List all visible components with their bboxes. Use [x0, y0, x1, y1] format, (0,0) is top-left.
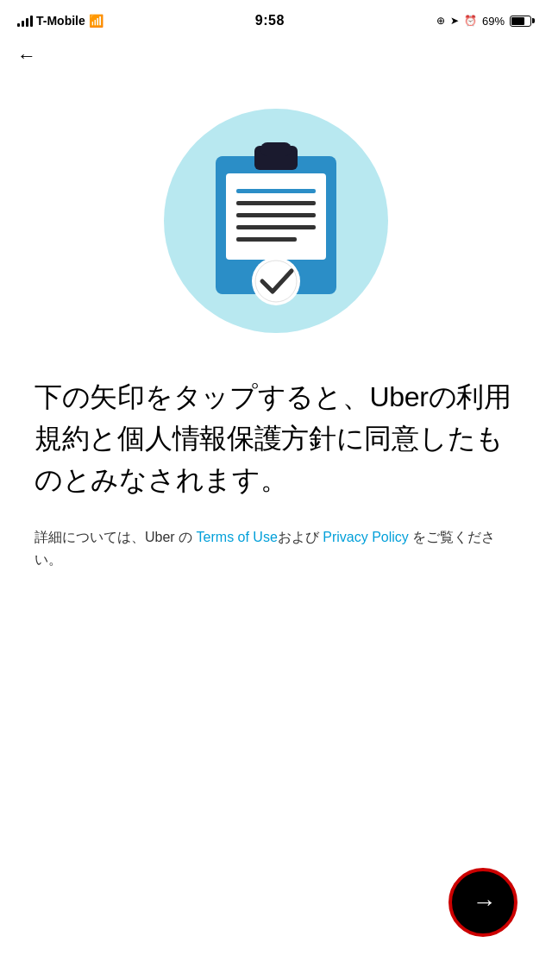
sub-text-middle: および	[278, 530, 319, 544]
main-content: 下の矢印をタップすると、Uberの利用規約と個人情報保護方針に同意したものとみな…	[0, 74, 552, 605]
privacy-policy-link[interactable]: Privacy Policy	[323, 530, 409, 544]
next-button[interactable]: →	[448, 868, 518, 937]
svg-rect-7	[236, 225, 316, 229]
alarm-icon: ⏰	[464, 15, 477, 27]
navigation-icon: ➤	[450, 15, 459, 27]
main-heading: 下の矢印をタップすると、Uberの利用規約と個人情報保護方針に同意したものとみな…	[34, 376, 518, 500]
illustration-container	[34, 109, 518, 333]
svg-rect-5	[236, 201, 316, 205]
next-button-container: →	[448, 868, 518, 937]
status-bar: T-Mobile 📶 9:58 ⊕ ➤ ⏰ 69%	[0, 0, 552, 38]
sub-text-prefix: 詳細については、Uber の	[34, 530, 197, 544]
battery-percent: 69%	[482, 15, 505, 28]
status-left: T-Mobile 📶	[17, 14, 104, 28]
clipboard-illustration	[198, 130, 354, 311]
next-arrow-icon: →	[473, 890, 497, 914]
signal-icon	[17, 15, 33, 27]
status-time: 9:58	[255, 13, 285, 28]
sub-text: 詳細については、Uber の Terms of Useおよび Privacy P…	[34, 526, 518, 570]
svg-rect-6	[236, 213, 316, 217]
svg-rect-8	[236, 237, 297, 242]
carrier-label: T-Mobile	[36, 14, 85, 28]
terms-of-use-link[interactable]: Terms of Use	[197, 530, 278, 544]
status-right: ⊕ ➤ ⏰ 69%	[436, 15, 535, 28]
svg-rect-3	[260, 142, 292, 156]
wifi-icon: 📶	[89, 14, 104, 28]
illustration-circle	[164, 109, 388, 333]
svg-rect-4	[236, 189, 316, 193]
location-icon: ⊕	[436, 15, 445, 27]
back-arrow-icon: ←	[17, 45, 36, 66]
battery-icon	[510, 16, 535, 27]
back-button[interactable]: ←	[0, 38, 552, 74]
